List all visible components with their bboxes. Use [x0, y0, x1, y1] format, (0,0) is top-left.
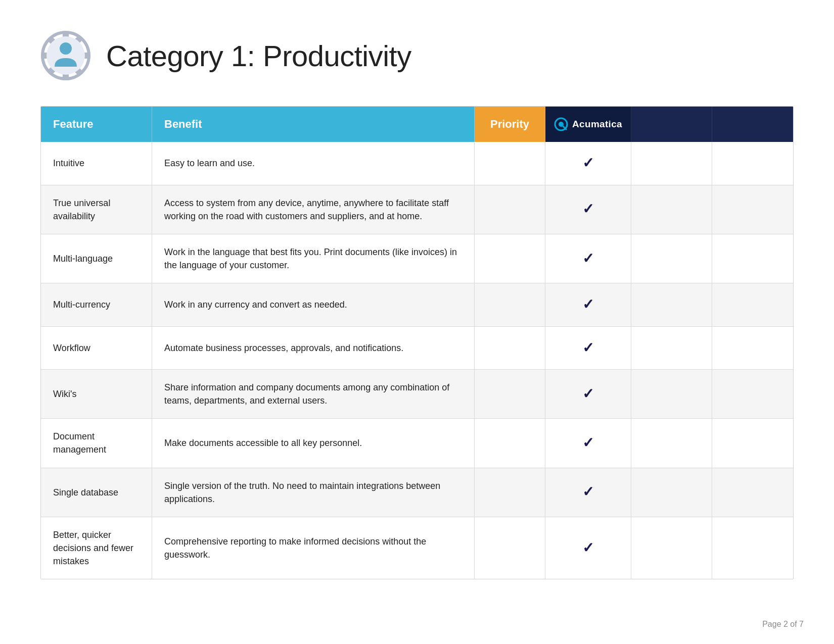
- cell-benefit: Easy to learn and use.: [152, 142, 475, 185]
- cell-feature: Better, quicker decisions and fewer mist…: [41, 517, 152, 579]
- page-header: Category 1: Productivity: [40, 30, 794, 81]
- svg-line-13: [563, 126, 566, 129]
- col-benefit-header: Benefit: [152, 107, 475, 142]
- col-priority-header: Priority: [475, 107, 545, 142]
- feature-table: Feature Benefit Priority Acumatica Intui: [40, 106, 794, 579]
- cell-blank2: [712, 283, 793, 326]
- cell-blank2: [712, 517, 793, 579]
- cell-blank1: [631, 283, 712, 326]
- cell-blank2: [712, 327, 793, 370]
- cell-priority: [475, 517, 545, 579]
- table-row: Better, quicker decisions and fewer mist…: [41, 517, 793, 579]
- cell-acumatica: ✓: [545, 370, 631, 418]
- cell-blank1: [631, 370, 712, 418]
- cell-benefit: Share information and company documents …: [152, 370, 475, 418]
- cell-benefit: Work in any currency and convert as need…: [152, 283, 475, 326]
- col-feature-header: Feature: [41, 107, 152, 142]
- svg-point-10: [60, 42, 72, 55]
- cell-blank1: [631, 142, 712, 185]
- cell-feature: Workflow: [41, 327, 152, 370]
- acumatica-checkmark: ✓: [582, 338, 594, 359]
- cell-blank1: [631, 419, 712, 467]
- cell-blank2: [712, 234, 793, 283]
- table-row: Single databaseSingle version of the tru…: [41, 468, 793, 517]
- col-acumatica-header: Acumatica: [545, 107, 631, 142]
- cell-feature: Wiki's: [41, 370, 152, 418]
- cell-feature: True universal availability: [41, 185, 152, 234]
- cell-priority: [475, 468, 545, 517]
- page-number: Page 2 of 7: [762, 620, 804, 629]
- cell-priority: [475, 283, 545, 326]
- cell-blank2: [712, 185, 793, 234]
- cell-benefit: Single version of the truth. No need to …: [152, 468, 475, 517]
- table-row: Wiki'sShare information and company docu…: [41, 370, 793, 419]
- cell-blank1: [631, 517, 712, 579]
- acumatica-logo: Acumatica: [554, 117, 622, 131]
- acumatica-checkmark: ✓: [582, 482, 594, 503]
- category-icon: [40, 30, 91, 81]
- acumatica-logo-text: Acumatica: [572, 119, 622, 130]
- cell-benefit: Access to system from any device, anytim…: [152, 185, 475, 234]
- cell-blank2: [712, 370, 793, 418]
- cell-priority: [475, 142, 545, 185]
- table-row: WorkflowAutomate business processes, app…: [41, 327, 793, 370]
- table-row: Multi-currencyWork in any currency and c…: [41, 283, 793, 327]
- acumatica-checkmark: ✓: [582, 294, 594, 315]
- cell-feature: Intuitive: [41, 142, 152, 185]
- cell-priority: [475, 419, 545, 467]
- cell-feature: Single database: [41, 468, 152, 517]
- cell-acumatica: ✓: [545, 142, 631, 185]
- table-header-row: Feature Benefit Priority Acumatica: [41, 107, 793, 142]
- cell-blank2: [712, 468, 793, 517]
- acumatica-checkmark: ✓: [582, 538, 594, 559]
- col-blank2-header: [712, 107, 793, 142]
- cell-feature: Document management: [41, 419, 152, 467]
- cell-acumatica: ✓: [545, 517, 631, 579]
- cell-priority: [475, 234, 545, 283]
- cell-acumatica: ✓: [545, 419, 631, 467]
- cell-acumatica: ✓: [545, 468, 631, 517]
- cell-blank2: [712, 142, 793, 185]
- cell-blank2: [712, 419, 793, 467]
- acumatica-checkmark: ✓: [582, 249, 594, 269]
- cell-priority: [475, 327, 545, 370]
- cell-feature: Multi-currency: [41, 283, 152, 326]
- page-title: Category 1: Productivity: [106, 39, 411, 73]
- cell-benefit: Work in the language that best fits you.…: [152, 234, 475, 283]
- cell-benefit: Automate business processes, approvals, …: [152, 327, 475, 370]
- table-body: IntuitiveEasy to learn and use.✓True uni…: [41, 142, 793, 579]
- table-row: True universal availabilityAccess to sys…: [41, 185, 793, 234]
- table-row: IntuitiveEasy to learn and use.✓: [41, 142, 793, 185]
- cell-benefit: Comprehensive reporting to make informed…: [152, 517, 475, 579]
- cell-priority: [475, 370, 545, 418]
- cell-benefit: Make documents accessible to all key per…: [152, 419, 475, 467]
- col-blank1-header: [631, 107, 712, 142]
- acumatica-checkmark: ✓: [582, 199, 594, 220]
- cell-acumatica: ✓: [545, 283, 631, 326]
- cell-blank1: [631, 468, 712, 517]
- acumatica-checkmark: ✓: [582, 384, 594, 405]
- table-row: Document managementMake documents access…: [41, 419, 793, 468]
- acumatica-checkmark: ✓: [582, 153, 594, 174]
- cell-feature: Multi-language: [41, 234, 152, 283]
- table-row: Multi-languageWork in the language that …: [41, 234, 793, 283]
- acumatica-checkmark: ✓: [582, 433, 594, 454]
- cell-blank1: [631, 327, 712, 370]
- cell-acumatica: ✓: [545, 234, 631, 283]
- cell-acumatica: ✓: [545, 185, 631, 234]
- cell-blank1: [631, 234, 712, 283]
- cell-blank1: [631, 185, 712, 234]
- svg-point-9: [47, 36, 85, 75]
- cell-acumatica: ✓: [545, 327, 631, 370]
- cell-priority: [475, 185, 545, 234]
